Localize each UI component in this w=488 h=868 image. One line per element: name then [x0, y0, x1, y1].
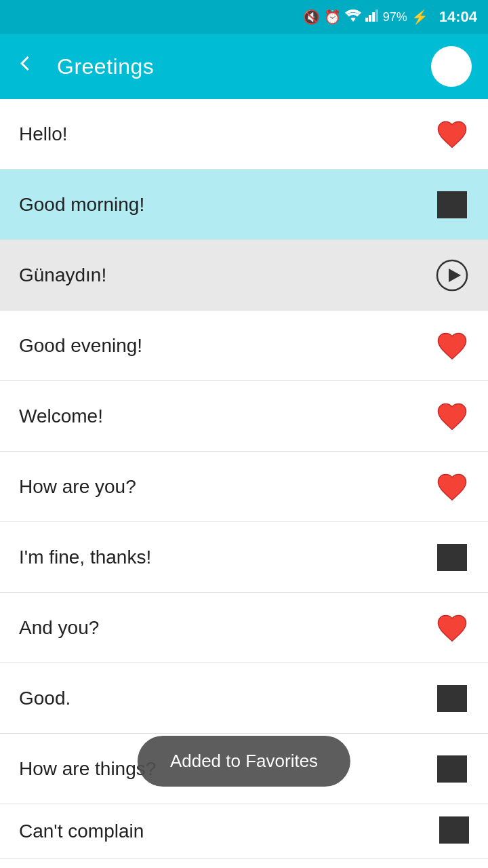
- back-button[interactable]: [16, 52, 41, 81]
- list-item[interactable]: Günaydın!: [0, 240, 488, 311]
- play-button[interactable]: [435, 258, 469, 292]
- status-bar: 🔇 ⏰ 97% ⚡ 14:04: [0, 0, 488, 34]
- phrase-text: Good morning!: [19, 194, 144, 216]
- favorite-button[interactable]: [435, 188, 469, 222]
- alarm-icon: ⏰: [324, 9, 341, 25]
- favorite-button[interactable]: [435, 540, 469, 574]
- svg-rect-1: [369, 15, 371, 22]
- time-display: 14:04: [439, 8, 477, 26]
- list-item[interactable]: I'm fine, thanks!: [0, 522, 488, 593]
- list-item[interactable]: Good evening!: [0, 311, 488, 381]
- phrase-text: How are things?: [19, 758, 156, 780]
- mute-icon: 🔇: [303, 9, 320, 25]
- phrase-text: And you?: [19, 617, 99, 639]
- favorite-button[interactable]: [435, 611, 469, 645]
- phrase-text: I'm fine, thanks!: [19, 547, 151, 568]
- list-item[interactable]: Can't complain: [0, 804, 488, 859]
- list-item[interactable]: Welcome!: [0, 381, 488, 452]
- status-icons: 🔇 ⏰ 97% ⚡: [303, 9, 428, 25]
- phrase-text: Welcome!: [19, 406, 103, 427]
- list-item[interactable]: Hello!: [0, 99, 488, 170]
- list-item[interactable]: And you?: [0, 593, 488, 663]
- phrase-text: Good evening!: [19, 335, 142, 357]
- svg-rect-3: [375, 9, 378, 22]
- app-bar: Greetings: [0, 34, 488, 99]
- phrase-text: Good.: [19, 688, 70, 709]
- favorite-button[interactable]: [435, 682, 469, 715]
- favorite-button[interactable]: [435, 117, 469, 151]
- phrase-text: Hello!: [19, 123, 68, 145]
- favorite-button[interactable]: [435, 399, 469, 433]
- favorite-button[interactable]: [435, 752, 469, 786]
- favorite-button[interactable]: [435, 470, 469, 504]
- phrase-text: Can't complain: [19, 821, 144, 842]
- favorite-button[interactable]: [439, 816, 469, 846]
- favorite-button[interactable]: [435, 329, 469, 363]
- svg-rect-2: [372, 12, 375, 22]
- battery-icon: ⚡: [411, 9, 428, 25]
- list-item[interactable]: How are you?: [0, 452, 488, 522]
- battery-indicator: 97%: [383, 10, 407, 24]
- phrase-text: Günaydın!: [19, 264, 106, 286]
- toast-message: Added to Favorites: [138, 736, 350, 787]
- list-item[interactable]: Good morning!: [0, 170, 488, 240]
- phrase-text: How are you?: [19, 476, 136, 498]
- favorites-header-button[interactable]: [431, 46, 472, 87]
- signal-icon: [365, 9, 379, 25]
- svg-marker-5: [449, 269, 461, 282]
- list-item[interactable]: Good.: [0, 663, 488, 734]
- svg-rect-0: [365, 18, 368, 22]
- toast-container: Added to Favorites: [138, 736, 350, 787]
- wifi-icon: [345, 9, 361, 25]
- page-title: Greetings: [57, 54, 415, 79]
